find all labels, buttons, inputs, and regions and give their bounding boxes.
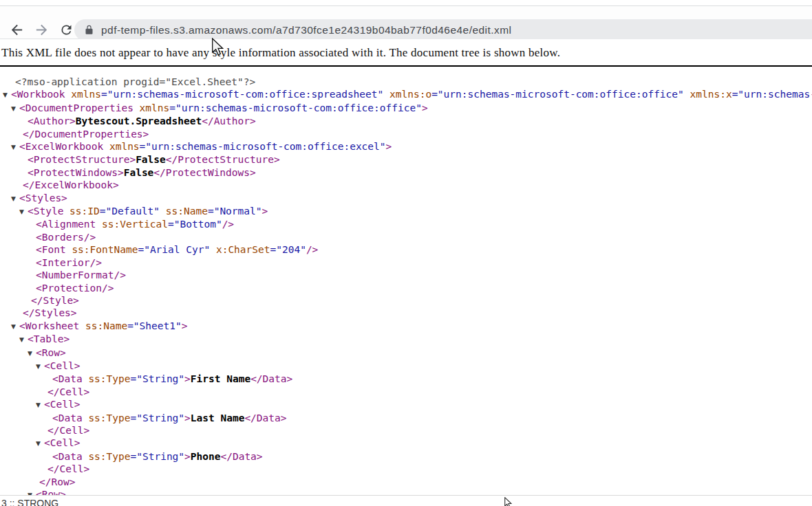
xml-token-tag: </DocumentProperties> [23, 129, 149, 140]
xml-token-attr: ss:Vertical [102, 219, 168, 230]
xml-token-attr: xmlns:o [389, 89, 431, 100]
xml-token-tag: /> [306, 244, 318, 255]
collapse-arrow-icon[interactable]: ▼ [28, 347, 36, 360]
xml-token-txt: False [124, 167, 154, 178]
collapse-arrow-icon[interactable]: ▼ [11, 102, 19, 115]
mouse-cursor-secondary [504, 497, 512, 506]
xml-token-attr: ss:FontName [72, 244, 138, 255]
xml-token-tag: </ProtectStructure> [166, 154, 280, 165]
xml-line: </Styles> [0, 307, 812, 319]
xml-token-tag: <Row> [36, 489, 66, 495]
xml-token-tag: </ProtectWindows> [153, 167, 255, 178]
collapse-arrow-icon[interactable]: ▼ [11, 141, 19, 153]
xml-token-txt: Bytescout.Spreadsheet [76, 116, 202, 126]
xml-token-tag: <Font [36, 244, 72, 255]
xml-line: ▼<Cell> [0, 398, 812, 411]
url-text[interactable]: pdf-temp-files.s3.amazonaws.com/a7d730fc… [101, 24, 511, 36]
xml-token-tag: </Data> [220, 451, 262, 462]
xml-token-tag: </Cell> [47, 463, 89, 474]
xml-token-txt: Last Name [191, 412, 245, 424]
xml-token-tag: <Cell> [44, 360, 80, 371]
collapse-arrow-icon[interactable]: ▼ [11, 320, 19, 333]
collapse-arrow-icon[interactable]: ▼ [28, 489, 36, 495]
xml-token-tag: <Borders/> [36, 232, 96, 243]
xml-line: ▼<ExcelWorkbook xmlns="urn:schemas-micro… [0, 140, 812, 153]
xml-line: <Font ss:FontName="Arial Cyr" x:CharSet=… [0, 243, 812, 256]
xml-token-val: ="urn:schemas-micros [732, 89, 812, 100]
xml-token-tag: <Workbook [11, 89, 71, 100]
xml-line: </Style> [0, 294, 812, 307]
xml-token-attr: ss:Name [85, 320, 127, 331]
xml-token-tag: > [386, 141, 392, 152]
collapse-arrow-icon[interactable]: ▼ [36, 399, 44, 411]
xml-token-val: ="204" [270, 244, 306, 255]
xml-line: ▼<Cell> [0, 437, 812, 450]
lock-icon[interactable] [84, 25, 94, 35]
reload-button[interactable] [56, 20, 76, 39]
xml-line: ▼<Worksheet ss:Name="Sheet1"> [0, 320, 812, 333]
url-bar[interactable]: pdf-temp-files.s3.amazonaws.com/a7d730fc… [74, 19, 812, 41]
browser-window: pdf-temp-files.s3.amazonaws.com/a7d730fc… [0, 0, 812, 506]
xml-token-tag: <Worksheet [19, 320, 85, 331]
xml-notice: This XML file does not appear to have an… [0, 39, 812, 67]
xml-token-val: ="String" [131, 412, 185, 424]
xml-line: <Data ss:Type="String">First Name</Data> [0, 373, 812, 385]
xml-token-attr: ss:Type [88, 373, 130, 384]
collapse-arrow-icon[interactable]: ▼ [36, 437, 44, 450]
forward-button[interactable] [32, 20, 51, 39]
xml-token-tag: <Data [52, 373, 88, 384]
xml-line: <Interior/> [0, 256, 812, 269]
xml-line: </ExcelWorkbook> [0, 179, 812, 191]
window-top-strip [0, 0, 812, 6]
xml-token-attr: xmlns:x [690, 89, 732, 100]
xml-token-tag: > [262, 206, 268, 217]
collapse-arrow-icon[interactable]: ▼ [11, 192, 19, 205]
xml-token-tag: </Styles> [23, 307, 77, 318]
xml-token-tag: <Cell> [44, 437, 80, 448]
xml-token-txt: False [136, 154, 166, 165]
xml-token-attr: ss:Type [88, 451, 130, 462]
collapse-arrow-icon[interactable]: ▼ [3, 89, 11, 101]
xml-token-tag: <Protection/> [36, 283, 114, 294]
collapse-arrow-icon[interactable]: ▼ [19, 206, 28, 218]
xml-token-attr: ss:ID [70, 206, 100, 217]
forward-icon [32, 22, 51, 38]
xml-line: ▼<Row> [0, 488, 812, 495]
xml-token-tag: > [422, 102, 428, 113]
xml-line: <NumberFormat/> [0, 269, 812, 281]
back-button[interactable] [7, 20, 26, 39]
xml-token-tag: </Data> [250, 373, 292, 384]
xml-token-tag: <Author> [28, 116, 76, 126]
collapse-arrow-icon[interactable]: ▼ [19, 333, 28, 346]
xml-token-val: ="urn:schemas-microsoft-com:office:excel… [140, 141, 386, 152]
xml-token-attr: ss:Type [88, 412, 130, 424]
xml-line: <?mso-application progid="Excel.Sheet"?> [0, 76, 812, 88]
xml-token-txt: Phone [191, 451, 221, 462]
xml-token-attr: xmlns [140, 102, 170, 113]
xml-line: </DocumentProperties> [0, 128, 812, 140]
xml-token-tag: <Row> [36, 347, 66, 358]
xml-token-attr: x:CharSet [216, 244, 270, 255]
xml-line: <Author>Bytescout.Spreadsheet</Author> [0, 115, 812, 127]
xml-line: </Cell> [0, 386, 812, 398]
xml-token-val: ="String" [131, 373, 185, 384]
xml-token-tag [210, 244, 216, 255]
xml-token-tag: <ExcelWorkbook [19, 141, 109, 152]
xml-token-tag: > [184, 412, 191, 424]
xml-line: <Protection/> [0, 282, 812, 294]
back-icon [7, 22, 26, 38]
xml-token-val: ="Bottom" [168, 219, 222, 230]
xml-line: ▼<Style ss:ID="Default" ss:Name="Normal"… [0, 205, 812, 218]
xml-token-tag: <NumberFormat/> [36, 270, 126, 280]
collapse-arrow-icon[interactable]: ▼ [36, 360, 44, 373]
xml-token-tag: <ProtectStructure> [28, 154, 136, 165]
xml-token-tag: /> [222, 219, 234, 230]
bottom-divider [0, 495, 812, 496]
xml-token-pi: <?mso-application progid="Excel.Sheet"?> [15, 76, 255, 87]
xml-token-tag: <Style [28, 206, 70, 217]
xml-token-val: ="Default" [100, 206, 160, 217]
xml-line: <Alignment ss:Vertical="Bottom"/> [0, 218, 812, 230]
xml-token-tag: <Cell> [44, 399, 80, 410]
xml-token-tag: <Table> [28, 333, 70, 344]
xml-token-tag: <Data [52, 412, 88, 424]
